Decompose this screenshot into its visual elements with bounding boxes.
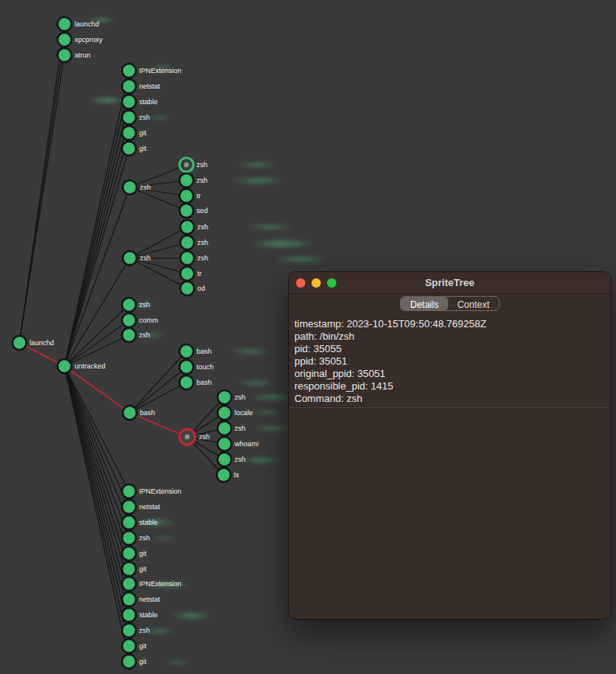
tree-node-git[interactable]: git: [122, 655, 147, 669]
tree-node-git[interactable]: git: [122, 126, 147, 140]
tree-node-zsh[interactable]: zsh: [179, 173, 207, 187]
svg-text:zsh: zsh: [199, 433, 210, 441]
tree-node-tr[interactable]: tr: [179, 189, 201, 203]
tree-edge: [64, 148, 129, 366]
svg-text:tr: tr: [197, 270, 202, 278]
svg-text:zsh: zsh: [197, 223, 208, 231]
tree-edge: [64, 133, 129, 366]
detail-line: path: /bin/zsh: [294, 330, 605, 343]
svg-text:xpcproxy: xpcproxy: [75, 36, 103, 44]
tree-node-zsh[interactable]: zsh: [218, 390, 245, 404]
tree-node-netstat[interactable]: netstat: [122, 500, 161, 514]
svg-text:IPNExtension: IPNExtension: [139, 580, 182, 588]
tree-edge: [64, 366, 129, 554]
tree-node-git[interactable]: git: [122, 547, 147, 561]
tree-node-comm[interactable]: comm: [122, 313, 158, 327]
tree-node-git[interactable]: git: [122, 562, 147, 576]
zoom-button[interactable]: [327, 278, 336, 288]
tree-node-xpcproxy[interactable]: xpcproxy: [57, 33, 103, 47]
tree-node-untracked[interactable]: untracked: [57, 359, 106, 373]
svg-text:launchd: launchd: [30, 339, 54, 347]
svg-text:zsh: zsh: [197, 239, 208, 246]
tree-node-stable[interactable]: stable: [122, 515, 158, 529]
tree-edge: [19, 55, 64, 343]
svg-text:stable: stable: [139, 519, 158, 526]
window-titlebar[interactable]: SpriteTree: [289, 272, 611, 294]
tree-node-sed[interactable]: sed: [179, 204, 208, 218]
detail-line: Command: zsh: [294, 393, 605, 405]
tree-edge: [64, 366, 129, 646]
svg-text:stable: stable: [139, 611, 158, 619]
svg-text:git: git: [139, 642, 147, 650]
tree-node-zsh[interactable]: zsh: [122, 328, 150, 342]
tree-edge: [130, 413, 187, 437]
minimize-button[interactable]: [311, 278, 321, 288]
svg-text:git: git: [139, 658, 147, 665]
tree-node-bash[interactable]: bash: [179, 375, 212, 389]
tree-node-zsh[interactable]: zsh: [180, 220, 208, 234]
tree-node-ls[interactable]: ls: [217, 468, 239, 482]
tree-node-zsh[interactable]: zsh: [123, 180, 151, 194]
tree-edge: [64, 366, 129, 615]
detail-line: pid: 35055: [294, 343, 605, 355]
tree-node-zsh[interactable]: zsh: [218, 421, 245, 435]
tree-node-git[interactable]: git: [122, 639, 147, 653]
tree-node-zsh[interactable]: zsh: [180, 236, 208, 250]
tree-edge: [130, 351, 186, 413]
tree-edge: [130, 187, 186, 211]
tree-node-whoami[interactable]: whoami: [218, 437, 259, 451]
tree-node-od[interactable]: od: [180, 281, 205, 295]
svg-text:IPNExtension: IPNExtension: [139, 487, 182, 495]
tree-node-zsh[interactable]: zsh: [122, 110, 150, 124]
tree-node-zsh[interactable]: zsh: [122, 298, 150, 312]
tree-node-zsh[interactable]: zsh: [179, 429, 210, 445]
tree-node-launchd[interactable]: launchd: [57, 17, 99, 31]
tree-node-zsh[interactable]: zsh: [122, 623, 150, 637]
tree-node-atrun[interactable]: atrun: [57, 48, 91, 62]
tree-edge: [130, 382, 186, 413]
tab-context[interactable]: Context: [448, 297, 499, 310]
svg-text:zsh: zsh: [140, 183, 151, 191]
svg-text:zsh: zsh: [139, 627, 150, 634]
tree-node-launchd[interactable]: launchd: [12, 336, 54, 350]
tree-edge: [64, 366, 129, 507]
tree-node-bash[interactable]: bash: [179, 344, 212, 358]
tree-node-stable[interactable]: stable: [122, 95, 158, 109]
tree-node-IPNExtension[interactable]: IPNExtension: [122, 64, 182, 78]
svg-text:zsh: zsh: [139, 301, 150, 309]
tree-node-zsh[interactable]: zsh: [179, 158, 207, 172]
svg-text:zsh: zsh: [235, 424, 245, 432]
svg-text:ls: ls: [234, 471, 239, 479]
tree-edge: [130, 258, 187, 288]
svg-text:IPNExtension: IPNExtension: [139, 67, 182, 75]
tree-node-IPNExtension[interactable]: IPNExtension: [122, 484, 182, 498]
tree-node-touch[interactable]: touch: [179, 360, 214, 374]
svg-text:zsh: zsh: [139, 331, 150, 339]
tree-node-netstat[interactable]: netstat: [122, 592, 161, 606]
tree-node-zsh[interactable]: zsh: [122, 531, 150, 545]
tree-node-locale[interactable]: locale: [218, 406, 253, 420]
tree-edge: [64, 305, 129, 366]
details-divider: [289, 407, 611, 408]
svg-text:atrun: atrun: [75, 51, 91, 59]
tab-bar: Details Context: [289, 296, 611, 311]
svg-text:zsh: zsh: [197, 161, 207, 169]
svg-text:od: od: [197, 285, 205, 292]
tree-node-zsh[interactable]: zsh: [180, 251, 208, 265]
tree-node-netstat[interactable]: netstat: [122, 79, 161, 93]
tree-node-IPNExtension[interactable]: IPNExtension: [122, 577, 182, 591]
tree-node-stable[interactable]: stable: [122, 608, 158, 622]
svg-text:bash: bash: [140, 409, 155, 417]
tab-details[interactable]: Details: [401, 297, 448, 310]
close-button[interactable]: [296, 278, 305, 288]
tree-edge: [130, 243, 187, 258]
tree-node-tr[interactable]: tr: [180, 267, 202, 281]
tree-node-git[interactable]: git: [122, 141, 147, 155]
svg-text:netstat: netstat: [139, 595, 161, 603]
svg-text:git: git: [139, 129, 147, 137]
tree-edge: [64, 366, 129, 599]
svg-text:whoami: whoami: [234, 440, 259, 448]
svg-text:git: git: [139, 145, 147, 152]
tree-node-zsh[interactable]: zsh: [218, 452, 245, 466]
tree-edge: [64, 117, 129, 366]
